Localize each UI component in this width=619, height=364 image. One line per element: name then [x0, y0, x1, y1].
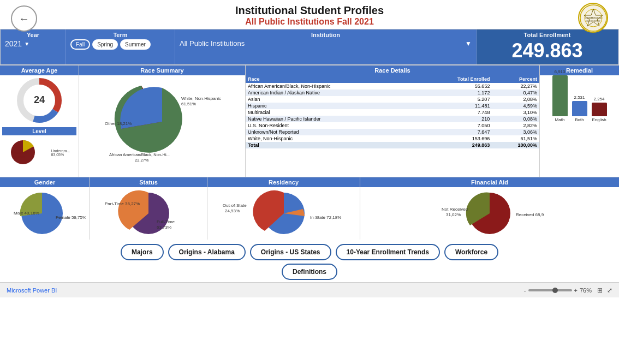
- remedial-bar-chart: 6,910 Math 2,531 Both 2,254 English: [540, 75, 619, 124]
- powerbi-link[interactable]: Microsoft Power BI: [7, 287, 57, 294]
- institution-dropdown-arrow[interactable]: ▼: [465, 40, 472, 47]
- financial-aid-pie-container: Not Received 31,02% Received 68,98%: [360, 187, 619, 236]
- term-spring-button[interactable]: Spring: [92, 39, 118, 50]
- workforce-button[interactable]: Workforce: [444, 244, 498, 260]
- year-label: Year: [5, 32, 61, 38]
- age-donut-chart: 24: [12, 77, 67, 124]
- footer: Microsoft Power BI - + 76% ⊞ ⤢: [0, 282, 619, 297]
- enrollment-section: Total Enrollment 249.863: [477, 29, 618, 64]
- term-fall-button[interactable]: Fall: [70, 39, 90, 50]
- svg-text:Full-Time: Full-Time: [157, 219, 175, 224]
- definitions-button[interactable]: Definitions: [282, 264, 337, 280]
- svg-text:24: 24: [34, 94, 45, 105]
- race-details-table: Race Total Enrolled Percent African Amer…: [246, 75, 539, 148]
- svg-text:Not Received: Not Received: [442, 207, 468, 212]
- race-details-section: Race Details Race Total Enrolled Percent…: [246, 65, 540, 177]
- origins-al-button[interactable]: Origins - Alabama: [168, 244, 246, 260]
- back-button[interactable]: ←: [11, 5, 37, 32]
- institution-value: All Public Institutions: [180, 39, 245, 47]
- race-table-row: Native Hawaiian / Pacific Islander2100,0…: [246, 116, 539, 122]
- trends-button[interactable]: 10-Year Enrollment Trends: [336, 244, 440, 260]
- institution-filter: Institution All Public Institutions ▼: [175, 29, 477, 64]
- zoom-controls: - + 76% ⊞ ⤢: [524, 287, 612, 294]
- nav-buttons-row1: Majors Origins - Alabama Origins - US St…: [0, 240, 619, 262]
- race-summary-header: Race Summary: [79, 65, 245, 75]
- status-section: Status Part-Time 36,27% Full-Time 63,73%: [90, 177, 207, 240]
- race-table-row: White, Non-Hispanic153.69661,51%: [246, 135, 539, 142]
- origins-us-button[interactable]: Origins - US States: [250, 244, 331, 260]
- residency-pie: Out-of-State 24,93% In-State 72,18%: [213, 186, 355, 238]
- financial-aid-section: Financial Aid Not Received 31,02% Receiv…: [360, 177, 619, 240]
- svg-text:22,27%: 22,27%: [135, 158, 149, 163]
- zoom-plus[interactable]: +: [574, 287, 578, 294]
- residency-pie-container: Out-of-State 24,93% In-State 72,18%: [207, 187, 360, 236]
- svg-text:61,51%: 61,51%: [181, 102, 196, 106]
- percent-col-header: Percent: [492, 75, 539, 83]
- svg-text:Received 68,98%: Received 68,98%: [516, 212, 544, 217]
- financial-aid-pie: Not Received 31,02% Received 68,98%: [435, 186, 544, 238]
- svg-text:Graduate: Graduate: [14, 151, 28, 154]
- term-label: Term: [70, 32, 170, 38]
- svg-text:Out-of-State: Out-of-State: [223, 203, 247, 208]
- level-bar: Level: [2, 127, 76, 135]
- svg-text:16,95%: 16,95%: [14, 156, 25, 159]
- nav-buttons-row2: Definitions: [0, 262, 619, 282]
- race-table-total-row: Total249.863100,00%: [246, 142, 539, 148]
- majors-button[interactable]: Majors: [121, 244, 164, 260]
- remedial-section: Remedial 6,910 Math 2,531 Both 2,254 Eng…: [540, 65, 619, 177]
- expand-icon[interactable]: ⤢: [607, 287, 612, 294]
- header: ← Institutional Student Profiles All Pub…: [0, 0, 619, 29]
- gender-pie-container: Male 40,16% Female 59,75%: [0, 187, 90, 236]
- svg-text:63,73%: 63,73%: [157, 225, 171, 230]
- race-col-header: Race: [246, 75, 419, 83]
- enrollment-number: 249.863: [481, 38, 614, 62]
- zoom-slider[interactable]: [528, 289, 572, 291]
- zoom-level: 76%: [580, 287, 592, 294]
- residency-section: Residency Out-of-State 24,93% In-State 7…: [207, 177, 360, 240]
- year-value: 2021: [5, 39, 22, 48]
- remedial-bar: 2,254 English: [592, 97, 607, 122]
- page-subtitle: All Public Institutions Fall 2021: [0, 17, 619, 27]
- year-filter: Year 2021 ▼: [1, 29, 66, 64]
- filter-row: Year 2021 ▼ Term Fall Spring Summer Inst…: [0, 29, 619, 65]
- fullscreen-icon[interactable]: ⊞: [597, 287, 603, 294]
- race-summary-section: Race Summary White, Non-Hispanic 61,51% …: [79, 65, 246, 177]
- remedial-bar: 2,531 Both: [572, 95, 587, 122]
- status-pie: Part-Time 36,27% Full-Time 63,73%: [94, 186, 203, 238]
- svg-text:Part-Time 36,27%: Part-Time 36,27%: [105, 201, 140, 206]
- term-summer-button[interactable]: Summer: [120, 39, 151, 50]
- main-row-2: Gender Male 40,16% Female 59,75% Status: [0, 177, 619, 240]
- status-pie-container: Part-Time 36,27% Full-Time 63,73%: [90, 187, 207, 236]
- zoom-handle[interactable]: [552, 288, 558, 293]
- svg-text:31,02%: 31,02%: [446, 212, 461, 217]
- svg-text:Male 40,16%: Male 40,16%: [14, 211, 39, 216]
- logo: COMMISSION ON HIGHER ED: [578, 3, 608, 33]
- main-row-1: Average Age 24 Level Graduate 16,95%: [0, 65, 619, 177]
- age-display: 24: [0, 75, 79, 126]
- zoom-minus[interactable]: -: [524, 287, 526, 294]
- race-table-row: Multiracial7.7483,10%: [246, 109, 539, 116]
- remedial-bar: 6,910 Math: [552, 69, 568, 122]
- svg-text:Other 18,21%: Other 18,21%: [105, 121, 132, 126]
- enrolled-col-header: Total Enrolled: [419, 75, 492, 83]
- svg-text:COMMISSION: COMMISSION: [585, 17, 602, 20]
- svg-text:African American/Black, Non-Hi: African American/Black, Non-Hi...: [109, 152, 170, 157]
- race-table-row: Unknown/Not Reported7.6473,06%: [246, 129, 539, 135]
- year-dropdown-arrow[interactable]: ▼: [24, 41, 29, 47]
- institution-label: Institution: [180, 32, 472, 38]
- race-table-row: African American/Black, Non-Hispanic55.6…: [246, 83, 539, 89]
- svg-text:24,93%: 24,93%: [225, 208, 240, 213]
- race-summary-pie: White, Non-Hispanic 61,51% African Ameri…: [88, 77, 236, 167]
- undergrad-label: Undergra...: [51, 149, 70, 153]
- back-icon: ←: [19, 13, 29, 25]
- svg-text:In-State 72,18%: In-State 72,18%: [310, 215, 341, 220]
- level-pie-chart: Graduate 16,95%: [8, 138, 38, 168]
- undergrad-pct: 83,05%: [51, 153, 70, 157]
- race-table-row: American Indian / Alaskan Native1.1720,4…: [246, 89, 539, 96]
- gender-pie: Male 40,16% Female 59,75%: [4, 186, 86, 238]
- avg-age-section: Average Age 24 Level Graduate 16,95%: [0, 65, 79, 177]
- avg-age-header: Average Age: [0, 65, 79, 75]
- race-table-row: Asian5.2072,08%: [246, 96, 539, 103]
- svg-text:ON HIGHER ED: ON HIGHER ED: [586, 20, 600, 22]
- gender-section: Gender Male 40,16% Female 59,75%: [0, 177, 90, 240]
